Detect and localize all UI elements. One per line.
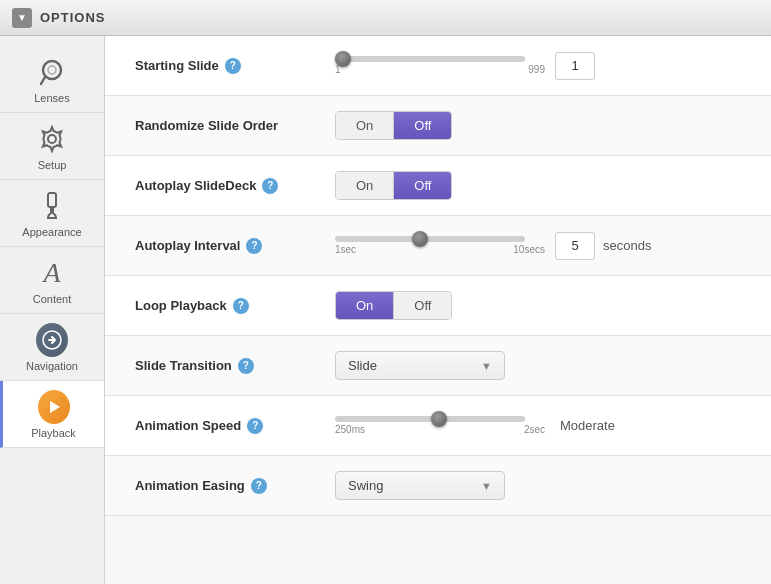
svg-marker-7 [50,401,60,413]
randomize-slide-order-label: Randomize Slide Order [135,118,335,133]
lenses-icon [36,56,68,88]
animation-easing-arrow: ▼ [481,480,492,492]
animation-speed-slider-container: 250ms 2sec [335,416,545,435]
animation-speed-min: 250ms [335,424,365,435]
autoplay-slidedeck-label: Autoplay SlideDeck ? [135,178,335,194]
animation-easing-control: Swing ▼ [335,471,741,500]
randomize-on-button[interactable]: On [336,112,393,139]
animation-easing-value: Swing [348,478,383,493]
loop-on-button[interactable]: On [336,292,393,319]
starting-slide-min: 1 [335,64,341,75]
sidebar-item-appearance[interactable]: Appearance [0,180,104,247]
header-title: OPTIONS [40,10,106,25]
autoplay-slidedeck-row: Autoplay SlideDeck ? On Off [105,156,771,216]
content-area: Starting Slide ? 1 999 Randomize Slide O… [105,36,771,584]
sidebar-item-playback[interactable]: Playback [0,381,104,448]
sidebar-item-setup[interactable]: Setup [0,113,104,180]
autoplay-slidedeck-help[interactable]: ? [262,178,278,194]
sidebar-item-setup-label: Setup [38,159,67,171]
sidebar-item-content[interactable]: A Content [0,247,104,314]
randomize-slide-order-control: On Off [335,111,741,140]
autoplay-on-button[interactable]: On [336,172,393,199]
animation-speed-label: Animation Speed ? [135,418,335,434]
sidebar-item-navigation-label: Navigation [26,360,78,372]
starting-slide-number[interactable] [555,52,595,80]
loop-off-button[interactable]: Off [393,292,451,319]
sidebar-item-appearance-label: Appearance [22,226,81,238]
sidebar-item-content-label: Content [33,293,72,305]
navigation-icon [36,324,68,356]
content-icon: A [36,257,68,289]
loop-playback-label: Loop Playback ? [135,298,335,314]
sidebar-item-playback-label: Playback [31,427,76,439]
animation-speed-help[interactable]: ? [247,418,263,434]
starting-slide-slider[interactable] [335,56,525,62]
svg-rect-4 [48,193,56,207]
animation-speed-control: 250ms 2sec Moderate [335,416,741,435]
randomize-toggle-group: On Off [335,111,452,140]
starting-slide-label: Starting Slide ? [135,58,335,74]
playback-icon [38,391,70,423]
autoplay-interval-row: Autoplay Interval ? 1sec 10secs seconds [105,216,771,276]
autoplay-interval-slider-container: 1sec 10secs [335,236,545,255]
autoplay-off-button[interactable]: Off [393,172,451,199]
sidebar-item-lenses[interactable]: Lenses [0,46,104,113]
animation-easing-dropdown[interactable]: Swing ▼ [335,471,505,500]
animation-easing-help[interactable]: ? [251,478,267,494]
autoplay-interval-suffix: seconds [603,238,651,253]
randomize-off-button[interactable]: Off [393,112,451,139]
autoplay-interval-label: Autoplay Interval ? [135,238,335,254]
randomize-slide-order-row: Randomize Slide Order On Off [105,96,771,156]
options-chevron[interactable]: ▼ [12,8,32,28]
sidebar-item-navigation[interactable]: Navigation [0,314,104,381]
animation-speed-max: 2sec [524,424,545,435]
starting-slide-help[interactable]: ? [225,58,241,74]
main-layout: Lenses Setup Appearance [0,36,771,584]
autoplay-interval-max: 10secs [513,244,545,255]
autoplay-interval-slider[interactable] [335,236,525,242]
animation-easing-label: Animation Easing ? [135,478,335,494]
svg-text:A: A [41,258,61,288]
brush-icon [36,190,68,222]
loop-playback-control: On Off [335,291,741,320]
animation-speed-row: Animation Speed ? 250ms 2sec Moderate [105,396,771,456]
starting-slide-row: Starting Slide ? 1 999 [105,36,771,96]
autoplay-toggle-group: On Off [335,171,452,200]
slide-transition-help[interactable]: ? [238,358,254,374]
sidebar-item-lenses-label: Lenses [34,92,69,104]
autoplay-interval-control: 1sec 10secs seconds [335,232,741,260]
slide-transition-label: Slide Transition ? [135,358,335,374]
slide-transition-arrow: ▼ [481,360,492,372]
starting-slide-max: 999 [528,64,545,75]
svg-line-1 [41,77,45,84]
slide-transition-row: Slide Transition ? Slide ▼ [105,336,771,396]
animation-speed-slider[interactable] [335,416,525,422]
sidebar: Lenses Setup Appearance [0,36,105,584]
loop-toggle-group: On Off [335,291,452,320]
loop-playback-row: Loop Playback ? On Off [105,276,771,336]
animation-speed-suffix: Moderate [560,418,615,433]
gear-icon [36,123,68,155]
header: ▼ OPTIONS [0,0,771,36]
autoplay-interval-number[interactable] [555,232,595,260]
autoplay-interval-help[interactable]: ? [246,238,262,254]
starting-slide-slider-container: 1 999 [335,56,545,75]
slide-transition-value: Slide [348,358,377,373]
autoplay-slidedeck-control: On Off [335,171,741,200]
animation-easing-row: Animation Easing ? Swing ▼ [105,456,771,516]
starting-slide-control: 1 999 [335,52,741,80]
svg-point-2 [48,66,56,74]
slide-transition-control: Slide ▼ [335,351,741,380]
slide-transition-dropdown[interactable]: Slide ▼ [335,351,505,380]
loop-playback-help[interactable]: ? [233,298,249,314]
svg-point-3 [48,135,56,143]
autoplay-interval-min: 1sec [335,244,356,255]
